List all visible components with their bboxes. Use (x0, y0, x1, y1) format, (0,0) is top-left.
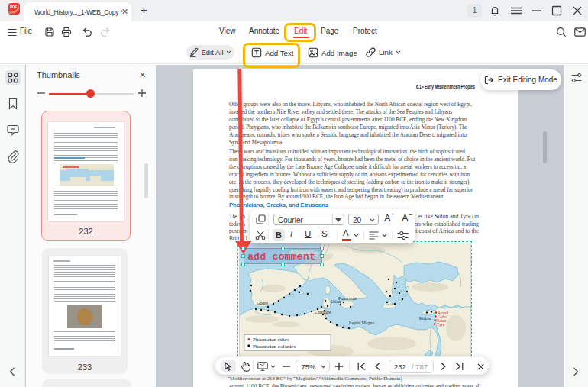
svg-text:PDF: PDF (10, 5, 17, 9)
